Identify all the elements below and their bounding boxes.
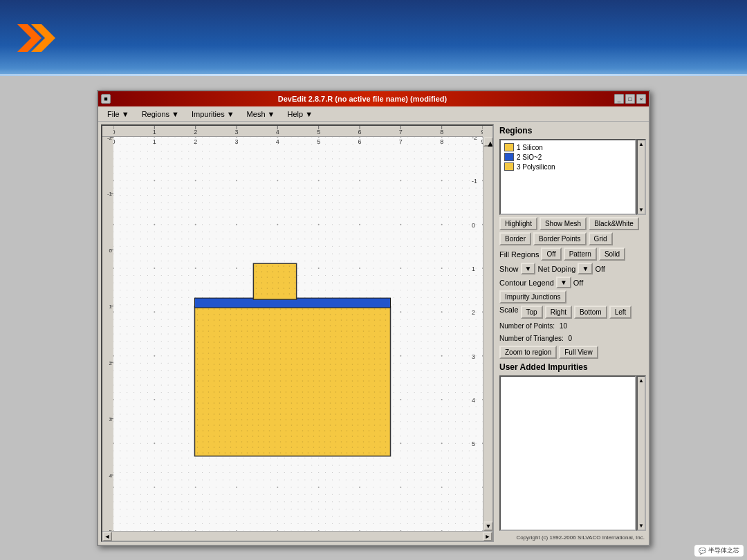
zoom-row: Zoom to region Full View <box>499 346 646 359</box>
horizontal-scrollbar[interactable]: ◄ ► <box>102 531 492 541</box>
contour-dropdown[interactable]: ▼ <box>556 277 571 288</box>
scale-right-button[interactable]: Right <box>545 306 572 319</box>
regions-scroll-track <box>638 148 645 206</box>
full-view-button[interactable]: Full View <box>559 346 598 359</box>
fill-pattern-button[interactable]: Pattern <box>564 248 597 261</box>
zoom-to-region-button[interactable]: Zoom to region <box>499 346 557 359</box>
region-item-polysilicon: 3 Polysilicon <box>503 162 633 171</box>
region-name-silicon: 1 Silicon <box>517 144 543 151</box>
user-impurities-list <box>499 375 636 531</box>
menu-regions[interactable]: Regions ▼ <box>137 108 184 120</box>
grid-button[interactable]: Grid <box>589 232 613 245</box>
impurities-scroll-up[interactable]: ▲ <box>638 377 645 384</box>
fill-off-button[interactable]: Off <box>541 248 561 261</box>
region-color-polysilicon <box>504 162 514 171</box>
regions-scroll-up[interactable]: ▲ <box>638 140 645 148</box>
contour-row: Contour Legend ▼ Off <box>499 277 646 288</box>
window-controls: _ □ × <box>614 94 646 104</box>
border-points-button[interactable]: Border Points <box>533 232 587 245</box>
stats-row-1: Number of Points: 10 <box>499 321 646 331</box>
impurities-scroll-track <box>638 384 645 522</box>
region-name-sio2: 2 SiO~2 <box>517 153 542 161</box>
impurities-scroll-down[interactable]: ▼ <box>638 522 645 530</box>
contour-legend-label: Contour Legend <box>499 279 554 287</box>
show-label: Show <box>499 265 519 273</box>
canvas-main-row: ▲ ▼ <box>102 137 492 531</box>
user-impurities-container: ▲ ▼ <box>499 375 646 531</box>
devedit-window: ■ DevEdit 2.8.7.R (no active file name) … <box>97 90 650 546</box>
scale-row: Scale Top Right Bottom Left <box>499 306 646 319</box>
num-triangles-value: 0 <box>569 335 573 342</box>
scrollbar-up-arrow[interactable]: ▲ <box>483 137 493 147</box>
black-white-button[interactable]: Black&White <box>589 217 639 230</box>
wechat-text: 半导体之芯 <box>708 546 739 555</box>
horizontal-ruler <box>113 126 483 137</box>
num-points-value: 10 <box>560 322 567 330</box>
minimize-button[interactable]: _ <box>614 94 624 104</box>
menu-file[interactable]: File ▼ <box>102 108 134 120</box>
contour-off-label: Off <box>573 279 583 287</box>
highlight-button[interactable]: Highlight <box>499 217 537 230</box>
border-button[interactable]: Border <box>499 232 531 245</box>
menu-help[interactable]: Help ▼ <box>282 108 317 120</box>
title-bar-left: ■ <box>101 94 111 104</box>
scrollbar-v-track <box>483 147 492 521</box>
main-area: ■ DevEdit 2.8.7.R (no active file name) … <box>0 76 747 560</box>
user-impurities-title: User Added Impurities <box>499 362 646 372</box>
menu-mesh[interactable]: Mesh ▼ <box>242 108 280 120</box>
doping-dropdown[interactable]: ▼ <box>578 263 593 274</box>
fill-regions-label: Fill Regions <box>499 250 539 259</box>
scrollbar-down-arrow[interactable]: ▼ <box>483 521 493 531</box>
window-title: DevEdit 2.8.7.R (no active file name) (m… <box>111 95 614 103</box>
scale-left-button[interactable]: Left <box>609 306 632 319</box>
right-panel: Regions 1 Silicon 2 SiO~2 <box>497 122 649 545</box>
stats-row-2: Number of Triangles: 0 <box>499 333 646 344</box>
maximize-button[interactable]: □ <box>625 94 635 104</box>
show-mesh-button[interactable]: Show Mesh <box>540 217 587 230</box>
close-button[interactable]: × <box>636 94 646 104</box>
regions-list: 1 Silicon 2 SiO~2 3 Polysilicon <box>499 139 636 215</box>
scale-bottom-button[interactable]: Bottom <box>574 306 607 319</box>
vertical-ruler <box>102 137 113 531</box>
scrollbar-left-arrow[interactable]: ◄ <box>102 532 112 541</box>
wechat-icon: 💬 <box>699 548 706 554</box>
top-ruler-row <box>102 126 492 137</box>
net-doping-label: Net Doping <box>537 265 575 273</box>
region-item-silicon: 1 Silicon <box>503 142 633 152</box>
region-color-sio2 <box>504 153 514 161</box>
wechat-watermark: 💬 半导体之芯 <box>694 545 744 557</box>
vertical-scrollbar[interactable]: ▲ ▼ <box>483 137 492 531</box>
fill-solid-button[interactable]: Solid <box>599 248 625 261</box>
show-dropdown[interactable]: ▼ <box>521 263 536 274</box>
top-banner <box>0 0 747 76</box>
title-bar: ■ DevEdit 2.8.7.R (no active file name) … <box>98 91 649 106</box>
copyright-text: Copyright (c) 1992-2006 SILVACO Internat… <box>499 533 646 542</box>
scale-label: Scale <box>499 306 519 319</box>
regions-scrollbar[interactable]: ▲ ▼ <box>636 139 646 215</box>
btn-row-2: Border Border Points Grid <box>499 232 646 245</box>
regions-scroll-down[interactable]: ▼ <box>638 206 645 214</box>
regions-container: 1 Silicon 2 SiO~2 3 Polysilicon ▲ <box>499 139 646 215</box>
region-name-polysilicon: 3 Polysilicon <box>517 163 555 171</box>
regions-title: Regions <box>499 126 646 136</box>
impurity-junctions-button[interactable]: Impurity Junctions <box>499 290 566 304</box>
drawing-canvas[interactable] <box>113 137 483 531</box>
num-points-label: Number of Points: <box>499 322 555 330</box>
scale-top-button[interactable]: Top <box>521 306 543 319</box>
region-item-sio2: 2 SiO~2 <box>503 152 633 162</box>
ruler-right-corner <box>483 126 492 137</box>
off-label: Off <box>595 265 605 273</box>
logo <box>14 14 69 62</box>
canvas-area: ▲ ▼ ◄ ► <box>101 124 494 542</box>
region-color-silicon <box>504 143 514 151</box>
impurities-scrollbar[interactable]: ▲ ▼ <box>636 375 646 531</box>
btn-row-1: Highlight Show Mesh Black&White <box>499 217 646 230</box>
scrollbar-right-arrow[interactable]: ► <box>483 532 492 541</box>
content-area: ▲ ▼ ◄ ► Regions <box>98 122 649 545</box>
ruler-corner <box>102 126 113 137</box>
menu-bar: File ▼ Regions ▼ Impurities ▼ Mesh ▼ Hel… <box>98 106 649 122</box>
show-row: Show ▼ Net Doping ▼ Off <box>499 263 646 274</box>
window-close-button[interactable]: ■ <box>101 94 111 104</box>
menu-impurities[interactable]: Impurities ▼ <box>187 108 239 120</box>
fill-regions-row: Fill Regions Off Pattern Solid <box>499 248 646 261</box>
